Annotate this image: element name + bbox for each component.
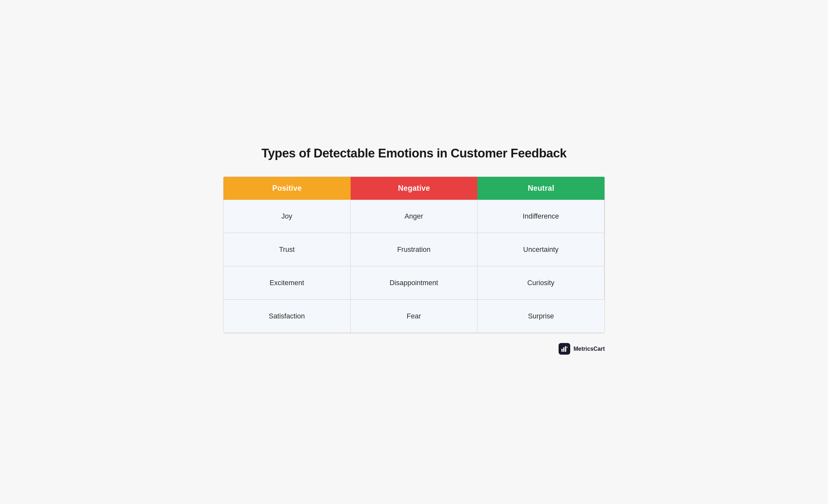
svg-rect-1 [564,347,565,352]
table-body: Joy Anger Indifference Trust Frustration… [223,200,605,333]
header-negative: Negative [350,177,478,200]
cell-negative-row2: Frustration [350,233,478,266]
header-neutral: Neutral [478,177,605,200]
cell-negative-row1: Anger [350,200,478,233]
cell-positive-row3: Excitement [223,266,350,300]
branding-footer: MetricsCart [223,343,605,355]
svg-rect-2 [565,346,566,352]
cell-neutral-row1: Indifference [478,200,605,233]
page-title: Types of Detectable Emotions in Customer… [223,146,605,161]
cell-neutral-row3: Curiosity [478,266,605,300]
cell-neutral-row2: Uncertainty [478,233,605,266]
cell-positive-row2: Trust [223,233,350,266]
emotions-table: Positive Negative Neutral Joy Anger Indi… [223,177,605,333]
page-container: Types of Detectable Emotions in Customer… [204,130,624,374]
table-header: Positive Negative Neutral [223,177,605,200]
header-positive: Positive [223,177,350,200]
cell-positive-row4: Satisfaction [223,300,350,333]
cell-positive-row1: Joy [223,200,350,233]
brand-logo-icon [558,343,570,355]
metricscart-icon [561,345,568,352]
cell-neutral-row4: Surprise [478,300,605,333]
svg-rect-0 [562,349,563,352]
cell-negative-row4: Fear [350,300,478,333]
brand-name-label: MetricsCart [574,346,605,352]
cell-negative-row3: Disappointment [350,266,478,300]
